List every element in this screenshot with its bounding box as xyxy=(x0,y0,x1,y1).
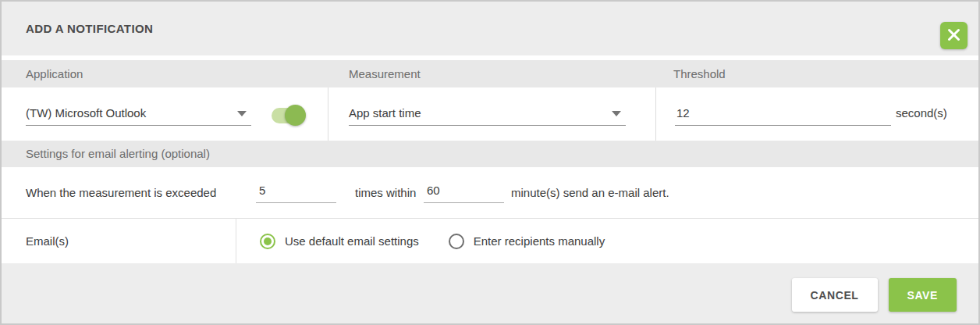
chevron-down-icon xyxy=(237,111,247,116)
dialog-header: ADD A NOTIFICATION xyxy=(2,2,978,55)
radio-option-manual-recipients[interactable]: Enter recipients manually xyxy=(449,234,605,249)
measurement-select[interactable]: App start time xyxy=(349,102,626,126)
radio-option-default-email[interactable]: Use default email settings xyxy=(260,234,419,249)
radio-button-icon[interactable] xyxy=(449,234,464,249)
rule-prefix-label: When the measurement is exceeded xyxy=(26,167,216,218)
threshold-input[interactable]: 12 xyxy=(675,102,891,126)
email-mode-radio-group: Use default email settings Enter recipie… xyxy=(260,219,605,263)
toggle-thumb xyxy=(285,105,306,126)
emails-label: Email(s) xyxy=(26,219,69,263)
email-alerting-section-header: Settings for email alerting (optional) xyxy=(2,141,978,167)
measurement-select-value: App start time xyxy=(349,106,421,120)
application-enabled-toggle[interactable] xyxy=(272,108,304,123)
threshold-unit-label: second(s) xyxy=(896,102,947,126)
rule-middle-label: times within xyxy=(355,167,416,218)
column-divider xyxy=(655,88,656,141)
dialog-footer: CANCEL SAVE xyxy=(2,263,978,323)
add-notification-dialog: ADD A NOTIFICATION Application Measureme… xyxy=(0,0,980,325)
emails-row: Email(s) Use default email settings Ente… xyxy=(2,219,978,263)
chevron-down-icon xyxy=(612,111,621,116)
times-input-value: 5 xyxy=(259,184,265,197)
threshold-input-value: 12 xyxy=(675,106,690,120)
column-divider xyxy=(328,88,328,141)
times-input[interactable]: 5 xyxy=(256,179,336,203)
radio-option-label: Use default email settings xyxy=(285,234,419,248)
dialog-title: ADD A NOTIFICATION xyxy=(26,2,153,55)
close-button[interactable] xyxy=(940,22,968,49)
radio-button-icon[interactable] xyxy=(260,234,275,249)
email-alerting-section-label: Settings for email alerting (optional) xyxy=(26,141,210,167)
input-row: (TW) Microsoft Outlook App start time 12… xyxy=(2,88,978,141)
cancel-button[interactable]: CANCEL xyxy=(792,278,878,312)
application-select[interactable]: (TW) Microsoft Outlook xyxy=(26,102,251,126)
save-button[interactable]: SAVE xyxy=(889,278,957,312)
close-icon xyxy=(947,28,960,44)
measurement-label: Measurement xyxy=(349,60,421,88)
minutes-input[interactable]: 60 xyxy=(424,179,504,203)
rule-suffix-label: minute(s) send an e-mail alert. xyxy=(511,167,669,218)
minutes-input-value: 60 xyxy=(427,184,440,197)
alert-rule-row: When the measurement is exceeded 5 times… xyxy=(2,167,978,218)
emails-divider xyxy=(236,219,236,263)
radio-option-label: Enter recipients manually xyxy=(474,234,605,248)
column-label-row: Application Measurement Threshold xyxy=(2,60,978,88)
application-label: Application xyxy=(26,60,83,88)
application-select-value: (TW) Microsoft Outlook xyxy=(26,106,146,120)
threshold-label: Threshold xyxy=(673,60,726,88)
